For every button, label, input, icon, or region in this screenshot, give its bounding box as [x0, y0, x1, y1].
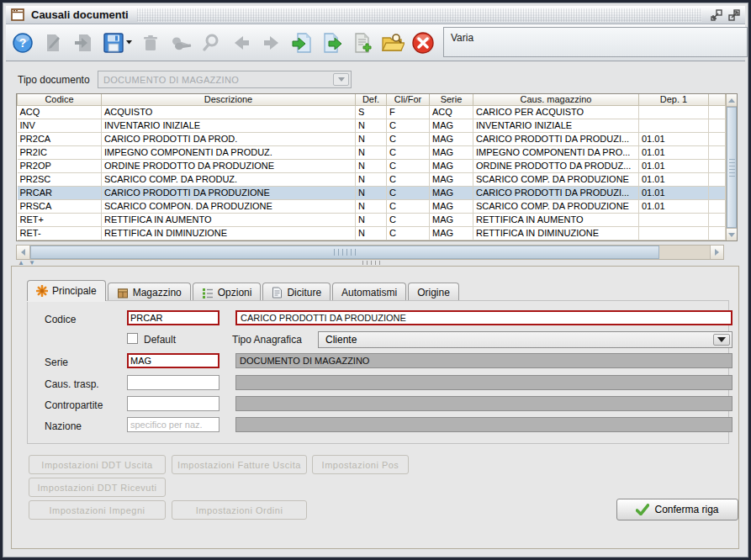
default-label: Default — [144, 334, 176, 346]
scroll-down-icon[interactable] — [727, 228, 737, 240]
title-bar[interactable]: Causali documenti — [6, 6, 745, 24]
table-row[interactable]: RET-RETTIFICA IN DIMINUZIONENCMAGRETTIFI… — [18, 226, 726, 240]
keys-button[interactable] — [167, 29, 194, 57]
asterisk-icon — [36, 285, 48, 297]
next-button[interactable] — [258, 29, 285, 57]
tipo-documento-value: DOCUMENTO DI MAGAZZINO — [103, 75, 239, 85]
impostazioni-pos-button[interactable]: Impostazioni Pos — [312, 455, 409, 474]
column-header[interactable]: Caus. magazzino — [473, 94, 639, 105]
scroll-right-icon[interactable] — [710, 246, 723, 259]
table-row[interactable]: PR2CACARICO PRODOTTI DA PROD.NCMAGCARICO… — [18, 132, 726, 145]
column-header[interactable]: Descrizione — [102, 94, 356, 105]
contropartite-input[interactable] — [127, 396, 219, 411]
chevron-down-icon — [713, 334, 730, 346]
horizontal-scrollbar-thumb[interactable] — [30, 246, 659, 259]
nazione-label: Nazione — [45, 420, 82, 432]
horizontal-scrollbar[interactable] — [16, 245, 724, 260]
tipo-anagrafica-value: Cliente — [325, 334, 357, 346]
split-divider-handle[interactable] — [362, 261, 381, 265]
tab-label: Principale — [52, 285, 97, 297]
package-icon — [117, 287, 129, 298]
causali-documenti-window: Causali documenti ? — [0, 0, 751, 560]
window-icon — [11, 8, 24, 21]
svg-text:?: ? — [19, 36, 27, 50]
impostazioni-ordini-button[interactable]: Impostazioni Ordini — [172, 500, 307, 520]
tipo-documento-select[interactable]: DOCUMENTO DI MAGAZZINO — [98, 71, 352, 88]
impostazioni-fatture-uscita-button[interactable]: Impostazioni Fatture Uscita — [172, 455, 307, 474]
save-button[interactable] — [100, 29, 134, 57]
table-row[interactable]: PRCARCARICO PRODOTTI DA PRODUZIONENCMAGC… — [18, 186, 726, 199]
tipo-documento-label: Tipo documento — [18, 74, 90, 86]
tab-magazzino[interactable]: Magazzino — [108, 283, 191, 301]
search-icon — [201, 33, 221, 53]
impostazioni-ddt-ricevuti-button[interactable]: Impostazioni DDT Ricevuti — [29, 478, 166, 497]
help-icon: ? — [12, 32, 34, 54]
serie-description-field: DOCUMENTO DI MAGAZZINO — [235, 353, 732, 368]
import-document-button[interactable] — [288, 29, 315, 57]
vertical-scrollbar-thumb[interactable] — [727, 107, 737, 228]
table-row[interactable]: INVINVENTARIO INIZIALENCMAGINVENTARIO IN… — [18, 119, 726, 132]
serie-input[interactable] — [127, 353, 219, 368]
tab-opzioni[interactable]: Opzioni — [193, 283, 262, 301]
delete-button[interactable] — [137, 29, 164, 57]
table-row[interactable]: ACQACQUISTOSFACQCARICO PER ACQUISTO — [18, 105, 726, 119]
impostazioni-impegni-button[interactable]: Impostazioni Impegni — [29, 500, 166, 520]
previous-button[interactable] — [228, 29, 255, 57]
column-header[interactable]: Def. — [356, 94, 387, 105]
caus-trasp-input[interactable] — [127, 375, 219, 390]
tab-automatismi[interactable]: Automatismi — [332, 283, 406, 301]
nazione-input[interactable] — [127, 417, 219, 432]
column-header[interactable]: Codice — [18, 94, 102, 105]
scroll-left-icon[interactable] — [17, 246, 30, 259]
cancel-button[interactable] — [410, 29, 436, 57]
tab-origine[interactable]: Origine — [408, 283, 459, 301]
duplicate-document-icon — [73, 33, 93, 53]
edit-document-button[interactable] — [40, 29, 66, 57]
maximize-icon[interactable] — [727, 8, 740, 21]
scroll-up-icon[interactable] — [727, 94, 737, 107]
export-document-button[interactable] — [319, 29, 346, 57]
table-row[interactable]: RET+RETTIFICA IN AUMENTONCMAGRETTIFICA I… — [18, 213, 726, 226]
export-document-icon — [321, 32, 343, 54]
column-header[interactable]: Dep. 1 — [639, 94, 709, 105]
table-row[interactable]: PR2ICIMPEGNO COMPONENTI DA PRODUZ.NCMAGI… — [18, 145, 726, 159]
toolbar: ? — [6, 24, 745, 61]
tipo-anagrafica-select[interactable]: Cliente — [318, 331, 732, 348]
column-header[interactable]: Serie — [430, 94, 473, 105]
tab-content-principale: Codice CARICO PRODOTTI DA PRODUZIONE Def… — [27, 300, 729, 444]
causali-table-body: ACQACQUISTOSFACQCARICO PER ACQUISTOINVIN… — [18, 105, 726, 240]
list-icon — [202, 287, 214, 298]
delete-icon — [140, 33, 161, 53]
minimize-icon[interactable] — [710, 8, 722, 21]
status-box: Varia — [443, 27, 748, 57]
contropartite-description-field — [235, 396, 732, 411]
table-row[interactable]: PR2SCSCARICO COMP. DA PRODUZ.NCMAGSCARIC… — [18, 172, 726, 186]
codice-input[interactable] — [127, 310, 219, 325]
cancel-icon — [411, 31, 435, 55]
new-document-button[interactable] — [349, 29, 376, 57]
conferma-riga-button[interactable]: Conferma riga — [616, 499, 738, 520]
previous-icon — [231, 33, 251, 53]
default-checkbox[interactable] — [127, 333, 138, 344]
contropartite-label: Contropartite — [45, 399, 103, 411]
vertical-scrollbar[interactable] — [726, 94, 737, 240]
tab-diciture[interactable]: Diciture — [262, 283, 331, 301]
status-label: Varia — [451, 32, 473, 44]
caus-trasp-description-field — [235, 375, 732, 390]
codice-description-input[interactable]: CARICO PRODOTTI DA PRODUZIONE — [235, 310, 732, 325]
tab-principale[interactable]: Principale — [27, 280, 106, 301]
causali-table: CodiceDescrizioneDef.Cli/ForSerieCaus. m… — [16, 93, 738, 241]
help-button[interactable]: ? — [9, 29, 36, 57]
codice-label: Codice — [45, 314, 76, 325]
column-header[interactable] — [709, 94, 726, 105]
table-row[interactable]: PR2OPORDINE PRODOTTO DA PRODUZIONENCMAGO… — [18, 159, 726, 172]
table-row[interactable]: PRSCASCARICO COMPON. DA PRODUZIONENCMAGS… — [18, 199, 726, 213]
impostazioni-ddt-uscita-button[interactable]: Impostazioni DDT Uscita — [29, 455, 166, 474]
save-icon — [102, 32, 132, 54]
tab-bar: Principale Magazzino Opzioni Diciture Au… — [27, 280, 461, 301]
search-button[interactable] — [198, 29, 225, 57]
column-header[interactable]: Cli/For — [387, 94, 430, 105]
import-document-icon — [291, 32, 313, 54]
archive-search-button[interactable] — [379, 29, 406, 57]
duplicate-document-button[interactable] — [70, 29, 97, 57]
